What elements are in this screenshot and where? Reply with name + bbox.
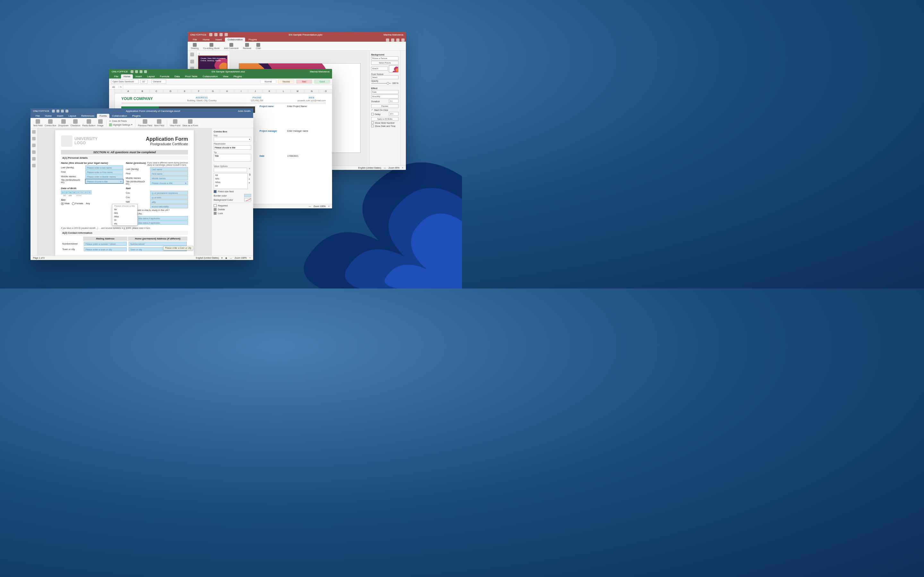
- formula-input[interactable]: [123, 85, 332, 89]
- checkbox-button[interactable]: Checkbox: [70, 119, 80, 127]
- coediting-button[interactable]: Co-editing Mode: [203, 43, 220, 49]
- headings-icon[interactable]: [32, 157, 36, 161]
- chat-button[interactable]: Chat: [256, 43, 260, 49]
- tip-input[interactable]: [214, 154, 251, 161]
- style-good[interactable]: Good: [314, 79, 330, 84]
- clear-fields-button[interactable]: ✕Clear All Fields: [109, 120, 132, 122]
- zoom-in-icon[interactable]: +: [249, 257, 250, 259]
- next-field-button[interactable]: Next Field: [154, 119, 164, 127]
- tab-collab[interactable]: Collaboration: [200, 74, 220, 79]
- tab-formula[interactable]: Formula: [157, 74, 172, 79]
- open-location-icon[interactable]: [391, 39, 394, 42]
- fixed-size-check[interactable]: [214, 190, 216, 193]
- apply-all-button[interactable]: Apply to All Slides: [371, 117, 399, 121]
- undo-icon[interactable]: [61, 110, 64, 113]
- prev-mid-field[interactable]: Middle names: [150, 176, 188, 180]
- print-icon[interactable]: [57, 110, 59, 113]
- combobox-button[interactable]: Combo Box: [45, 119, 57, 127]
- key-select[interactable]: ▾: [214, 137, 251, 141]
- sex-female-radio[interactable]: [72, 202, 75, 205]
- tab-layout[interactable]: Layout: [66, 114, 79, 118]
- preview-button[interactable]: Preview: [371, 104, 399, 108]
- save-form-button[interactable]: Save as a Form: [182, 119, 198, 127]
- search-icon[interactable]: [32, 130, 36, 134]
- lang-select[interactable]: English (United States): [196, 257, 219, 259]
- sharing-button[interactable]: Sharing: [191, 43, 199, 49]
- dropdown-button[interactable]: Dropdown: [58, 119, 69, 127]
- save-icon[interactable]: [131, 70, 134, 73]
- prev-field-button[interactable]: Previous Field: [138, 119, 152, 127]
- tab-collaboration[interactable]: Collaboration: [225, 37, 245, 42]
- tab-plugins[interactable]: Plugins: [231, 74, 244, 79]
- fx-icon[interactable]: fx: [119, 86, 123, 88]
- middle-name-field[interactable]: Please enter a Middle names: [86, 174, 123, 179]
- numfmt-select[interactable]: General: [152, 79, 166, 84]
- move-down-icon[interactable]: ▾: [249, 181, 251, 184]
- print-icon[interactable]: [135, 70, 138, 73]
- opacity-slider[interactable]: [371, 83, 391, 84]
- delete-action[interactable]: Delete: [214, 208, 251, 211]
- tab-collab[interactable]: Collaboration: [110, 114, 129, 118]
- tab-pivot[interactable]: Pivot Table: [183, 74, 200, 79]
- move-up-icon[interactable]: ▴: [249, 177, 251, 180]
- fill-mode-select[interactable]: Picture or Texture: [371, 56, 399, 60]
- highlight-button[interactable]: Highlight Settings▾: [109, 123, 132, 126]
- required-check[interactable]: [214, 204, 216, 207]
- search-icon[interactable]: [190, 53, 194, 56]
- dob-input[interactable]: DDMMYYYY: [61, 190, 123, 194]
- effect-smooth-select[interactable]: Smoothly: [371, 95, 399, 98]
- prev-last-field[interactable]: Last name: [150, 167, 188, 171]
- duration-input[interactable]: 1 s: [389, 99, 399, 103]
- delete-option-icon[interactable]: 🗑: [249, 173, 251, 176]
- sex-male-radio[interactable]: [61, 202, 64, 205]
- tab-file[interactable]: File: [33, 114, 42, 118]
- home-street-field[interactable]: Number/street: [129, 242, 187, 246]
- tab-file[interactable]: File: [190, 37, 200, 42]
- new-option-input[interactable]: [214, 168, 247, 172]
- tab-plugins[interactable]: Plugins: [246, 37, 259, 42]
- tab-refs[interactable]: References: [79, 114, 97, 118]
- chat-icon[interactable]: [32, 143, 36, 147]
- comments-icon[interactable]: [190, 60, 194, 63]
- lock-action[interactable]: Lock: [214, 212, 251, 215]
- first-name-field[interactable]: Please enter a First name: [86, 170, 123, 174]
- tab-home[interactable]: Home: [200, 37, 212, 42]
- options-list[interactable]: Mr Mrs Miss Dr: [214, 173, 248, 189]
- share-icon[interactable]: [386, 39, 389, 42]
- from-texture-select[interactable]: Select: [371, 75, 399, 79]
- title-dropdown[interactable]: Please choose a title Mr Mrs Miss Dr etc: [112, 204, 137, 226]
- textfield-button[interactable]: Text Field: [33, 119, 43, 127]
- track-changes-icon[interactable]: ◉: [225, 257, 227, 259]
- tab-plugins[interactable]: Plugins: [129, 114, 143, 118]
- tab-home[interactable]: Home: [42, 114, 54, 118]
- comments-icon[interactable]: [32, 137, 36, 140]
- name-box[interactable]: A1: [109, 86, 119, 88]
- stretch-select[interactable]: Stretch: [371, 67, 388, 71]
- add-comment-button[interactable]: Add Comment: [224, 43, 239, 49]
- remove-button[interactable]: Remove: [243, 43, 251, 49]
- tab-forms[interactable]: Forms: [97, 114, 110, 118]
- style-neutral[interactable]: Neutral: [278, 79, 294, 84]
- undo-icon[interactable]: [140, 70, 142, 73]
- print-icon[interactable]: [214, 33, 218, 36]
- redo-icon[interactable]: [65, 110, 68, 113]
- tab-home[interactable]: Home: [121, 74, 133, 79]
- tab-insert[interactable]: Insert: [133, 74, 144, 79]
- last-name-field[interactable]: Please enter a last name: [86, 165, 123, 169]
- tab-view[interactable]: View: [220, 74, 231, 79]
- border-color-swatch[interactable]: [244, 194, 251, 197]
- more-icon[interactable]: [401, 39, 405, 42]
- view-form-button[interactable]: View Form: [170, 119, 180, 127]
- prev-title-select[interactable]: Please choose a title: [150, 181, 188, 185]
- favorite-icon[interactable]: [396, 39, 399, 42]
- save-icon[interactable]: [52, 110, 55, 113]
- tab-layout[interactable]: Layout: [144, 74, 157, 79]
- add-option-icon[interactable]: +: [248, 167, 251, 172]
- bg-color-swatch[interactable]: [244, 198, 251, 201]
- tab-insert[interactable]: Insert: [54, 114, 66, 118]
- tab-file[interactable]: File: [111, 74, 121, 79]
- page-indicator[interactable]: Page 1 of 6: [33, 257, 45, 259]
- effect-select[interactable]: Fade: [371, 90, 399, 94]
- placeholder-input[interactable]: [214, 145, 251, 150]
- radio-button[interactable]: Radio Button: [82, 119, 95, 127]
